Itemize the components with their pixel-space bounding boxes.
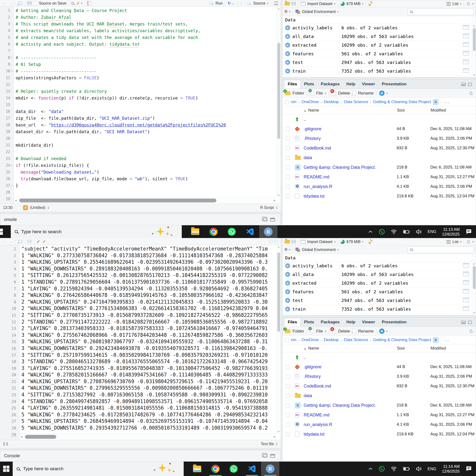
chevron-down-icon[interactable]: ▾	[362, 2, 363, 5]
object-name[interactable]: train	[292, 305, 339, 313]
new-file-icon[interactable]: +	[310, 91, 314, 96]
file-name[interactable]: CodeBook.md	[304, 384, 394, 389]
expand-icon[interactable]: ▶	[285, 281, 290, 286]
environment-selector[interactable]: Global Environment	[302, 248, 336, 252]
scrollbar-thumb[interactable]	[277, 43, 280, 139]
file-row[interactable]: R run_analysis.R 4.1 KB Aug 31, 2025, 2:…	[283, 420, 476, 429]
language-selector[interactable]: R	[285, 10, 288, 14]
file-checkbox[interactable]	[286, 413, 290, 417]
scroll-right-icon[interactable]: ▸	[274, 198, 275, 202]
object-name[interactable]: activity_labels	[292, 262, 339, 270]
view-table-icon[interactable]	[463, 68, 469, 74]
find-icon[interactable]	[71, 2, 74, 5]
environment-object-row[interactable]: ▶ train 7352 obs. of 563 variables	[283, 305, 476, 313]
file-row[interactable]: R Getting &amp; Cleaning Data Project. 2…	[283, 401, 476, 410]
console-pane-header[interactable]: Console	[0, 450, 281, 461]
tab-presentation[interactable]: Presentation	[379, 80, 410, 88]
breadcrumb-item[interactable]: Getting & Cleaning Data Project	[373, 100, 431, 104]
file-row[interactable]: tidydata.txt 219.8 KB Aug 31, 2025, 12:0…	[283, 429, 476, 439]
object-name[interactable]: train	[292, 67, 339, 75]
start-button[interactable]	[0, 461, 13, 476]
breadcrumb-item[interactable]: Desktop	[324, 338, 339, 342]
whatsapp-tray-icon[interactable]	[379, 229, 385, 235]
taskbar-app-rstudio[interactable]: R	[261, 461, 279, 476]
breadcrumb-item[interactable]: nin	[291, 100, 296, 104]
volume-icon[interactable]	[416, 229, 422, 234]
delete-button[interactable]: Delete	[338, 329, 350, 334]
expand-icon[interactable]: ▶	[285, 272, 290, 277]
notification-icon[interactable]	[465, 466, 472, 472]
chevron-down-icon[interactable]: ▾	[81, 2, 83, 5]
save-icon[interactable]	[27, 1, 32, 5]
tab-plots[interactable]: Plots	[301, 318, 317, 326]
environment-object-row[interactable]: ▶ extracted 10299 obs. of 2 variables	[283, 41, 476, 50]
document-type[interactable]: Text file	[261, 442, 274, 446]
maximize-pane-icon[interactable]	[468, 321, 472, 324]
delete-icon[interactable]: ✕	[332, 91, 336, 96]
notification-icon[interactable]	[465, 229, 472, 235]
chevron-down-icon[interactable]: ▾	[334, 240, 335, 243]
chevron-up-icon[interactable]	[368, 467, 373, 471]
code-tools-icon[interactable]	[76, 1, 80, 5]
expand-icon[interactable]: ▶	[285, 263, 290, 268]
list-view-icon[interactable]	[446, 240, 451, 243]
document-outline-icon[interactable]	[273, 1, 278, 5]
column-modified[interactable]: Modified	[427, 344, 476, 352]
file-checkbox[interactable]	[286, 185, 290, 189]
horizontal-scrollbar[interactable]: ◂ ▸	[14, 197, 276, 204]
volume-icon[interactable]	[416, 466, 422, 471]
expand-icon[interactable]: ▶	[285, 68, 290, 74]
column-modified[interactable]: Modified	[427, 106, 476, 114]
taskbar-search-input[interactable]: Type here to search	[11, 225, 182, 238]
taskbar-app-file-explorer[interactable]	[188, 461, 206, 476]
view-table-icon[interactable]	[463, 51, 469, 56]
new-file-button[interactable]: File	[316, 329, 323, 334]
file-name[interactable]: CodeBook.md	[304, 146, 394, 151]
select-all-checkbox[interactable]	[285, 338, 289, 342]
compile-report-icon[interactable]	[87, 1, 91, 5]
column-name[interactable]: ▲Name	[304, 346, 394, 351]
new-file-icon[interactable]: +	[310, 329, 314, 334]
import-dataset-icon[interactable]	[301, 240, 306, 243]
scrollbar-thumb[interactable]	[473, 28, 476, 51]
tab-files[interactable]: Files	[284, 318, 301, 326]
environment-object-row[interactable]: ▶ extracted 10299 obs. of 2 variables	[283, 279, 476, 288]
clock[interactable]: 11:13 AM12/6/2025	[442, 227, 460, 237]
chevron-down-icon[interactable]: ▾	[267, 2, 268, 5]
delete-icon[interactable]: ✕	[332, 329, 336, 334]
tab-packages[interactable]: Packages	[318, 80, 342, 88]
column-size[interactable]: Size	[394, 344, 427, 352]
environment-object-row[interactable]: ▶ features 561 obs. of 2 variables	[283, 50, 476, 58]
chevron-down-icon[interactable]: ▾	[289, 248, 290, 251]
gear-icon[interactable]	[380, 91, 384, 95]
list-view-label[interactable]: List	[452, 2, 459, 6]
view-table-icon[interactable]	[463, 272, 469, 277]
object-name[interactable]: all_data	[292, 32, 339, 41]
open-icon[interactable]	[284, 240, 290, 243]
scroll-up-icon[interactable]: ▲	[472, 262, 476, 265]
environment-object-row[interactable]: ▶ activity_labels 6 obs. of 2 variables	[283, 262, 476, 270]
language-indicator[interactable]: ENG	[428, 229, 436, 234]
rename-icon[interactable]: →	[352, 329, 356, 334]
memory-usage[interactable]: 679 MiB	[346, 2, 361, 6]
file-checkbox[interactable]	[286, 394, 290, 398]
open-icon[interactable]	[284, 2, 290, 5]
vertical-scrollbar[interactable]: ▲ ▼	[276, 7, 281, 197]
save-icon[interactable]	[27, 239, 32, 243]
scroll-up-icon[interactable]: ▲	[277, 7, 281, 10]
expand-icon[interactable]: ▶	[285, 25, 290, 30]
tab-plots[interactable]: Plots	[301, 80, 317, 88]
breadcrumb-item[interactable]: nin	[291, 338, 296, 342]
restore-pane-icon[interactable]	[263, 454, 267, 458]
file-checkbox[interactable]	[286, 432, 290, 436]
new-file-button[interactable]: File	[316, 91, 323, 96]
breadcrumb-item[interactable]: Data Science	[344, 338, 368, 342]
list-view-label[interactable]: List	[452, 240, 459, 244]
view-table-icon[interactable]	[463, 34, 469, 39]
taskbar-app-whatsapp[interactable]	[223, 225, 241, 238]
code-tools-icon[interactable]	[42, 240, 46, 243]
chevron-down-icon[interactable]: ▾	[472, 2, 474, 5]
environment-search-input[interactable]	[408, 246, 474, 253]
view-table-icon[interactable]	[463, 42, 469, 48]
expand-icon[interactable]: ▶	[285, 51, 290, 56]
